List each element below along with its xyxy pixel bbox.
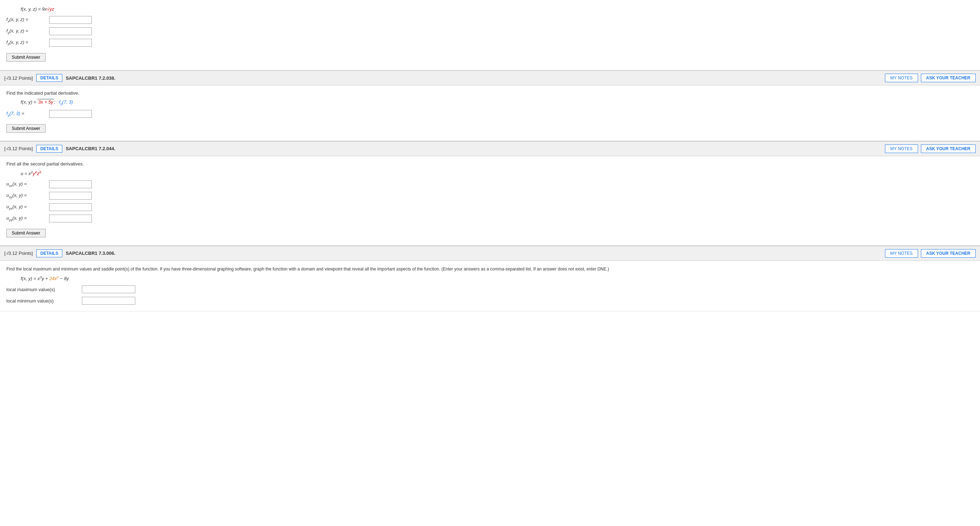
problem-1-points: [-/3.12 Points] xyxy=(4,75,33,81)
uxy-row: uxy(x, y) = xyxy=(6,192,974,200)
uyy-label: uyy(x, y) = xyxy=(6,215,49,222)
problem-2-header-right: MY NOTES ASK YOUR TEACHER xyxy=(885,145,976,153)
problem-2-func: u = x2y6z5 xyxy=(21,170,974,176)
problem-1-header: [-/3.12 Points] DETAILS SAPCALCBR1 7.2.0… xyxy=(0,70,980,86)
problem-2-submit-button[interactable]: Submit Answer xyxy=(6,229,46,237)
fz-input[interactable] xyxy=(49,39,92,47)
problem-3-details-button[interactable]: DETAILS xyxy=(36,249,62,257)
top-func-display: f(x, y, z) = 9x√yz xyxy=(21,6,974,12)
problem-2-ask-teacher-button[interactable]: ASK YOUR TEACHER xyxy=(921,145,976,153)
problem-3-my-notes-button[interactable]: MY NOTES xyxy=(885,249,918,257)
problem-1-answer-input[interactable] xyxy=(49,110,92,118)
problem-3-header: [-/3.12 Points] DETAILS SAPCALCBR1 7.3.0… xyxy=(0,246,980,261)
problem-1-instruction: Find the indicated partial derivative. xyxy=(6,91,974,96)
uxy-input[interactable] xyxy=(49,192,92,200)
uyx-input[interactable] xyxy=(49,203,92,211)
problem-1-my-notes-button[interactable]: MY NOTES xyxy=(885,74,918,82)
uxx-input[interactable] xyxy=(49,180,92,188)
problem-1-details-button[interactable]: DETAILS xyxy=(36,74,62,82)
uyx-label: uyx(x, y) = xyxy=(6,204,49,210)
problem-1-ask-teacher-button[interactable]: ASK YOUR TEACHER xyxy=(921,74,976,82)
problem-3: [-/3.12 Points] DETAILS SAPCALCBR1 7.3.0… xyxy=(0,246,980,311)
fx-input[interactable] xyxy=(49,16,92,24)
problem-3-body: Find the local maximum and minimum value… xyxy=(0,261,980,311)
fy-label: fy(x, y, z) = xyxy=(6,28,49,35)
fz-label: fz(x, y, z) = xyxy=(6,40,49,46)
problem-2-id: SAPCALCBR1 7.2.044. xyxy=(66,146,115,151)
problem-1-header-right: MY NOTES ASK YOUR TEACHER xyxy=(885,74,976,82)
uyy-row: uyy(x, y) = xyxy=(6,215,974,222)
problem-3-points: [-/3.12 Points] xyxy=(4,251,33,256)
problem-1: [-/3.12 Points] DETAILS SAPCALCBR1 7.2.0… xyxy=(0,70,980,141)
fy-row: fy(x, y, z) = xyxy=(6,27,974,35)
local-min-input[interactable] xyxy=(82,297,135,305)
problem-3-id: SAPCALCBR1 7.3.006. xyxy=(66,251,115,256)
problem-2: [-/3.12 Points] DETAILS SAPCALCBR1 7.2.0… xyxy=(0,141,980,246)
local-max-input[interactable] xyxy=(82,285,135,293)
fz-row: fz(x, y, z) = xyxy=(6,39,974,47)
local-min-label: local minimum value(s) xyxy=(6,298,78,304)
problem-3-ask-teacher-button[interactable]: ASK YOUR TEACHER xyxy=(921,249,976,257)
local-max-row: local maximum value(s) xyxy=(6,285,974,293)
problem-1-answer-label: fy(7, 3) = xyxy=(6,111,49,117)
problem-3-header-right: MY NOTES ASK YOUR TEACHER xyxy=(885,249,976,257)
top-section: f(x, y, z) = 9x√yz fx(x, y, z) = fy(x, y… xyxy=(0,0,980,70)
problem-2-my-notes-button[interactable]: MY NOTES xyxy=(885,145,918,153)
submit-button-top[interactable]: Submit Answer xyxy=(6,53,46,62)
problem-2-body: Find all the second partial derivatives.… xyxy=(0,156,980,246)
problem-1-answer-row: fy(7, 3) = xyxy=(6,110,974,118)
problem-1-id: SAPCALCBR1 7.2.038. xyxy=(66,75,115,81)
uxx-label: uxx(x, y) = xyxy=(6,181,49,188)
fx-row: fx(x, y, z) = xyxy=(6,16,974,24)
uyx-row: uyx(x, y) = xyxy=(6,203,974,211)
problem-3-func: f(x, y) = x3y + 24x2 − 8y xyxy=(21,275,974,281)
local-min-row: local minimum value(s) xyxy=(6,297,974,305)
problem-1-body: Find the indicated partial derivative. f… xyxy=(0,86,980,141)
local-max-label: local maximum value(s) xyxy=(6,287,78,292)
uyy-input[interactable] xyxy=(49,215,92,222)
problem-1-func: f(x, y) = 3x + 5y; fy(7, 3) xyxy=(21,99,974,106)
fy-input[interactable] xyxy=(49,27,92,35)
problem-2-header: [-/3.12 Points] DETAILS SAPCALCBR1 7.2.0… xyxy=(0,141,980,156)
fx-label: fx(x, y, z) = xyxy=(6,17,49,23)
problem-2-points: [-/3.12 Points] xyxy=(4,146,33,151)
problem-1-submit-button[interactable]: Submit Answer xyxy=(6,124,46,133)
uxy-label: uxy(x, y) = xyxy=(6,192,49,199)
problem-2-details-button[interactable]: DETAILS xyxy=(36,145,62,153)
problem-3-instruction: Find the local maximum and minimum value… xyxy=(6,266,974,272)
uxx-row: uxx(x, y) = xyxy=(6,180,974,188)
problem-2-instruction: Find all the second partial derivatives. xyxy=(6,161,974,167)
